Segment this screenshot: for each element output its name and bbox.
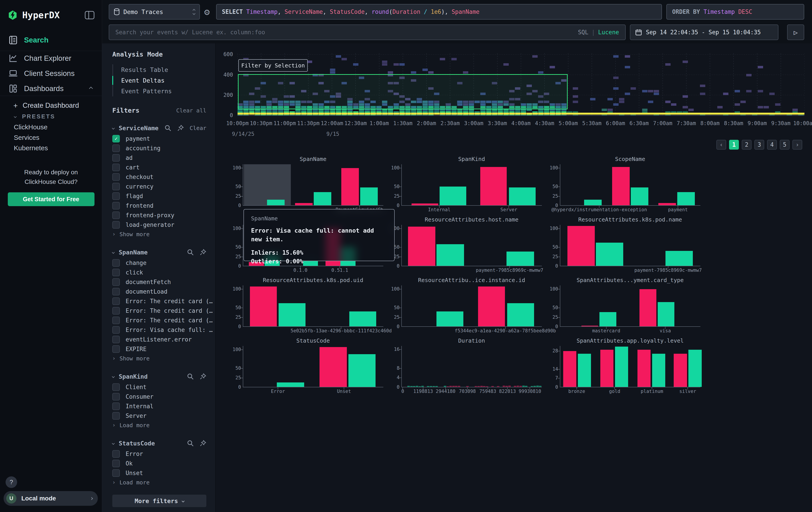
sidebar-item-dashboards[interactable]: Dashboards — [0, 82, 102, 95]
help-button[interactable]: ? — [5, 476, 17, 488]
checkbox-unchecked[interactable] — [112, 212, 120, 219]
get-started-button[interactable]: Get Started for Free — [8, 192, 94, 206]
filter-checkbox-change[interactable]: change — [112, 258, 206, 268]
collapse-sidebar-icon[interactable] — [85, 11, 94, 19]
analysis-mode-results-table[interactable]: Results Table — [113, 64, 206, 75]
checkbox-unchecked[interactable] — [112, 412, 120, 420]
filter-checkbox-load-generator[interactable]: load-generator — [112, 220, 206, 230]
analysis-mode-event-patterns[interactable]: Event Patterns — [113, 86, 206, 97]
checkbox-unchecked[interactable] — [112, 307, 120, 315]
checkbox-unchecked[interactable] — [112, 202, 120, 210]
checkbox-unchecked[interactable] — [112, 173, 120, 181]
pin-icon[interactable] — [177, 125, 184, 131]
filter-checkbox-currency[interactable]: currency — [112, 182, 206, 191]
filter-checkbox-eventlistener-error[interactable]: eventListener.error — [112, 334, 206, 344]
filter-checkbox-checkout[interactable]: checkout — [112, 172, 206, 182]
heatmap-selection-region[interactable] — [238, 74, 568, 109]
sidebar-item-search[interactable]: Search — [0, 33, 102, 47]
filter-checkbox-frontend-proxy[interactable]: frontend-proxy — [112, 210, 206, 220]
filter-checkbox-flagd[interactable]: flagd — [112, 191, 206, 201]
checkbox-unchecked[interactable] — [112, 221, 120, 228]
pagination-page-5[interactable]: 5 — [780, 140, 789, 150]
gear-icon[interactable]: ⚙ — [201, 5, 213, 19]
search-icon[interactable] — [187, 440, 194, 447]
checkbox-checked[interactable]: ✓ — [112, 135, 120, 142]
checkbox-unchecked[interactable] — [112, 154, 120, 162]
pagination-next-button[interactable]: › — [792, 140, 802, 150]
checkbox-unchecked[interactable] — [112, 192, 120, 200]
filter-checkbox-error-the-credit-card-[interactable]: Error: The credit card (… — [112, 296, 206, 306]
filter-group-more-button[interactable]: ›Show more — [112, 230, 206, 239]
checkbox-unchecked[interactable] — [112, 402, 120, 410]
local-mode-menu[interactable]: U Local mode — [4, 491, 98, 506]
source-select[interactable]: Demo Traces — [109, 4, 200, 20]
chart-plot[interactable] — [243, 346, 383, 387]
filter-checkbox-error[interactable]: Error — [112, 449, 206, 459]
pin-icon[interactable] — [200, 373, 206, 380]
chevron-down-icon[interactable] — [112, 375, 115, 378]
search-icon[interactable] — [187, 373, 194, 380]
checkbox-unchecked[interactable] — [112, 326, 120, 334]
filter-checkbox-ok[interactable]: Ok — [112, 459, 206, 468]
chart-plot[interactable] — [560, 164, 700, 206]
checkbox-unchecked[interactable] — [112, 469, 120, 477]
filter-checkbox-unset[interactable]: Unset — [112, 468, 206, 478]
chart-plot[interactable] — [560, 286, 700, 327]
date-range-picker[interactable]: Sep 14 22:04:35 - Sep 15 10:04:35 — [630, 25, 778, 40]
presets-toggle[interactable]: PRESETS — [0, 111, 102, 122]
chart-plot[interactable] — [560, 346, 700, 387]
filter-checkbox-consumer[interactable]: Consumer — [112, 392, 206, 401]
create-dashboard-button[interactable]: + Create Dashboard — [0, 100, 102, 111]
filter-checkbox-cart[interactable]: cart — [112, 162, 206, 172]
checkbox-unchecked[interactable] — [112, 450, 120, 458]
filter-checkbox-client[interactable]: Client — [112, 382, 206, 392]
analysis-mode-event-deltas[interactable]: Event Deltas — [113, 75, 206, 86]
filter-checkbox-error-visa-cache-full-[interactable]: Error: Visa cache full: … — [112, 325, 206, 334]
sidebar-item-kubernetes[interactable]: Kubernetes — [0, 143, 102, 153]
search-input[interactable] — [115, 29, 578, 36]
chevron-down-icon[interactable] — [112, 127, 115, 130]
filter-checkbox-documentfetch[interactable]: documentFetch — [112, 277, 206, 287]
chevron-down-icon[interactable] — [112, 251, 115, 254]
checkbox-unchecked[interactable] — [112, 336, 120, 343]
filter-checkbox-internal[interactable]: Internal — [112, 401, 206, 411]
pagination-prev-button[interactable]: ‹ — [716, 140, 726, 150]
filter-checkbox-error-the-credit-card-[interactable]: Error: The credit card (… — [112, 306, 206, 316]
pin-icon[interactable] — [200, 440, 206, 447]
sidebar-item-chart-explorer[interactable]: Chart Explorer — [0, 52, 102, 65]
checkbox-unchecked[interactable] — [112, 345, 120, 353]
pagination-page-2[interactable]: 2 — [742, 140, 752, 150]
filter-checkbox-server[interactable]: Server — [112, 411, 206, 421]
checkbox-unchecked[interactable] — [112, 269, 120, 276]
filter-checkbox-expire[interactable]: EXPIRE — [112, 344, 206, 354]
filter-checkbox-accounting[interactable]: accounting — [112, 143, 206, 153]
filter-group-more-button[interactable]: ›Load more — [112, 478, 206, 487]
run-query-button[interactable]: ▷ — [787, 25, 804, 40]
checkbox-unchecked[interactable] — [112, 144, 120, 152]
chart-plot[interactable] — [401, 286, 542, 327]
chart-plot[interactable] — [243, 164, 383, 206]
search-icon[interactable] — [187, 249, 194, 256]
checkbox-unchecked[interactable] — [112, 183, 120, 190]
chart-plot[interactable] — [243, 286, 383, 327]
language-toggle-lucene[interactable]: Lucene — [598, 29, 619, 36]
chart-plot[interactable] — [401, 225, 542, 266]
chevron-up-icon[interactable] — [89, 87, 93, 90]
search-icon[interactable] — [164, 125, 171, 132]
checkbox-unchecked[interactable] — [112, 317, 120, 324]
pagination-page-1[interactable]: 1 — [729, 140, 739, 150]
filter-checkbox-ad[interactable]: ad — [112, 153, 206, 162]
chevron-down-icon[interactable] — [112, 442, 115, 445]
more-filters-button[interactable]: More filters — [112, 495, 206, 507]
filter-checkbox-documentload[interactable]: documentLoad — [112, 287, 206, 296]
filter-by-selection-button[interactable]: Filter by Selection — [238, 59, 308, 72]
checkbox-unchecked[interactable] — [112, 278, 120, 286]
filter-checkbox-frontend[interactable]: frontend — [112, 201, 206, 210]
filter-checkbox-payment[interactable]: ✓payment — [112, 134, 206, 143]
order-by-editor[interactable]: ORDER BY Timestamp DESC — [666, 4, 804, 20]
filter-group-more-button[interactable]: ›Load more — [112, 421, 206, 430]
checkbox-unchecked[interactable] — [112, 383, 120, 391]
chart-plot[interactable] — [401, 346, 542, 387]
checkbox-unchecked[interactable] — [112, 164, 120, 171]
sidebar-item-client-sessions[interactable]: Client Sessions — [0, 67, 102, 80]
